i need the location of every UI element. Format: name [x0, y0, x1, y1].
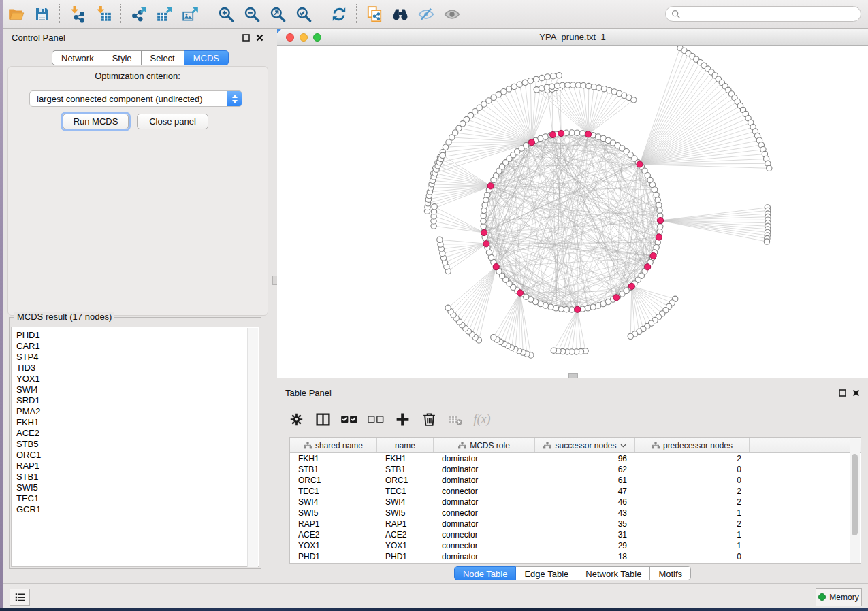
mcds-result-item[interactable]: YOX1: [12, 374, 243, 384]
network-node[interactable]: [511, 84, 517, 89]
network-node[interactable]: [558, 306, 564, 312]
network-node[interactable]: [590, 304, 596, 310]
network-node[interactable]: [440, 152, 445, 158]
tab-motifs[interactable]: Motifs: [650, 566, 691, 580]
tab-node-table[interactable]: Node Table: [454, 566, 517, 580]
tab-edge-table[interactable]: Edge Table: [516, 566, 577, 580]
table-settings-icon[interactable]: [285, 408, 307, 431]
mcds-hub-node[interactable]: [656, 234, 662, 240]
network-node[interactable]: [432, 204, 437, 210]
network-node[interactable]: [517, 82, 522, 87]
export-table-icon[interactable]: [153, 3, 176, 25]
save-session-icon[interactable]: [31, 3, 54, 25]
run-mcds-button[interactable]: Run MCDS: [63, 114, 129, 129]
network-node[interactable]: [544, 84, 549, 90]
network-node[interactable]: [764, 239, 769, 244]
network-node[interactable]: [657, 208, 662, 213]
network-node[interactable]: [551, 348, 556, 353]
network-node[interactable]: [569, 307, 575, 312]
zoom-out-icon[interactable]: [240, 3, 263, 25]
mcds-result-item[interactable]: RAP1: [12, 461, 243, 472]
column-header-successor-nodes[interactable]: successor nodes: [535, 438, 635, 452]
mcds-hub-node[interactable]: [650, 252, 656, 259]
table-row[interactable]: STB1STB1dominator620: [290, 464, 861, 475]
network-node[interactable]: [570, 82, 575, 88]
zoom-in-icon[interactable]: [214, 3, 238, 25]
column-header-predecessor-nodes[interactable]: predecessor nodes: [635, 438, 750, 452]
table-row[interactable]: SWI4SWI4dominator462: [290, 497, 861, 508]
network-node[interactable]: [491, 335, 496, 340]
mcds-result-list[interactable]: PHD1CAR1STP4TID3YOX1SWI4SRD1PMA2FKH1ACE2…: [11, 327, 259, 567]
column-header-shared-name[interactable]: shared name: [290, 438, 377, 452]
panel-divider-horizontal[interactable]: [277, 378, 868, 384]
table-row[interactable]: PHD1PHD1dominator180: [290, 551, 861, 562]
network-node[interactable]: [481, 213, 486, 218]
mcds-result-item[interactable]: PHD1: [12, 330, 243, 341]
network-node[interactable]: [628, 333, 633, 339]
network-node[interactable]: [591, 84, 596, 89]
mcds-hub-node[interactable]: [657, 217, 663, 223]
network-node[interactable]: [581, 83, 586, 88]
mcds-result-item[interactable]: GCR1: [12, 504, 243, 515]
table-row[interactable]: TEC1TEC1connector472: [290, 486, 861, 497]
clone-network-icon[interactable]: [363, 3, 386, 25]
float-panel-icon[interactable]: [839, 389, 846, 397]
mcds-hub-node[interactable]: [487, 183, 494, 189]
delete-table-icon[interactable]: [445, 408, 466, 431]
mcds-hub-node[interactable]: [645, 264, 651, 270]
mcds-result-item[interactable]: FKH1: [12, 417, 243, 428]
network-node[interactable]: [553, 306, 558, 311]
tab-mcds[interactable]: MCDS: [184, 50, 229, 65]
mcds-hub-node[interactable]: [558, 130, 564, 136]
first-neighbors-icon[interactable]: [389, 3, 412, 25]
table-row[interactable]: RAP1RAP1dominator352: [290, 518, 861, 529]
network-node[interactable]: [554, 83, 560, 88]
network-node[interactable]: [564, 307, 569, 312]
network-node[interactable]: [545, 74, 550, 80]
mcds-result-item[interactable]: TID3: [12, 363, 243, 374]
table-row[interactable]: ACE2ACE2connector311: [290, 529, 861, 540]
open-session-icon[interactable]: [5, 3, 28, 25]
mcds-hub-node[interactable]: [549, 131, 556, 137]
table-row[interactable]: SWI5SWI5connector431: [290, 508, 861, 518]
network-node[interactable]: [501, 89, 507, 95]
network-node[interactable]: [506, 86, 511, 92]
network-node[interactable]: [575, 82, 581, 88]
network-node[interactable]: [551, 73, 556, 79]
network-node[interactable]: [586, 83, 592, 88]
mcds-result-item[interactable]: PMA2: [12, 406, 243, 417]
network-node[interactable]: [585, 306, 590, 311]
network-node[interactable]: [549, 84, 555, 89]
network-node[interactable]: [522, 80, 528, 85]
network-window-titlebar[interactable]: YPA_prune.txt_1: [277, 29, 868, 46]
network-node[interactable]: [481, 208, 487, 213]
network-node[interactable]: [539, 86, 545, 91]
mcds-hub-node[interactable]: [585, 131, 592, 137]
network-node[interactable]: [767, 165, 772, 171]
zoom-selected-icon[interactable]: [292, 3, 315, 25]
mcds-hub-node[interactable]: [481, 229, 487, 235]
mcds-hub-node[interactable]: [628, 283, 634, 289]
memory-button[interactable]: Memory: [816, 588, 862, 606]
network-node[interactable]: [481, 224, 486, 229]
deselect-all-columns-icon[interactable]: [365, 408, 387, 431]
network-node[interactable]: [565, 82, 570, 88]
import-table-icon[interactable]: [92, 3, 115, 25]
tab-select[interactable]: Select: [142, 50, 184, 65]
network-node[interactable]: [437, 237, 443, 242]
network-node[interactable]: [539, 75, 545, 80]
network-search-box[interactable]: [665, 6, 861, 22]
network-node[interactable]: [656, 202, 662, 208]
network-node[interactable]: [631, 97, 637, 103]
network-canvas[interactable]: [277, 46, 868, 379]
mcds-hub-node[interactable]: [528, 139, 534, 146]
mcds-result-item[interactable]: CAR1: [12, 341, 243, 352]
tab-network[interactable]: Network: [52, 50, 103, 65]
network-node[interactable]: [481, 218, 486, 224]
network-node[interactable]: [655, 197, 660, 203]
mcds-result-item[interactable]: STP4: [12, 352, 243, 363]
mcds-hub-node[interactable]: [637, 161, 643, 167]
show-columns-icon[interactable]: [312, 408, 334, 431]
network-node[interactable]: [596, 85, 602, 90]
mcds-hub-node[interactable]: [575, 306, 581, 312]
